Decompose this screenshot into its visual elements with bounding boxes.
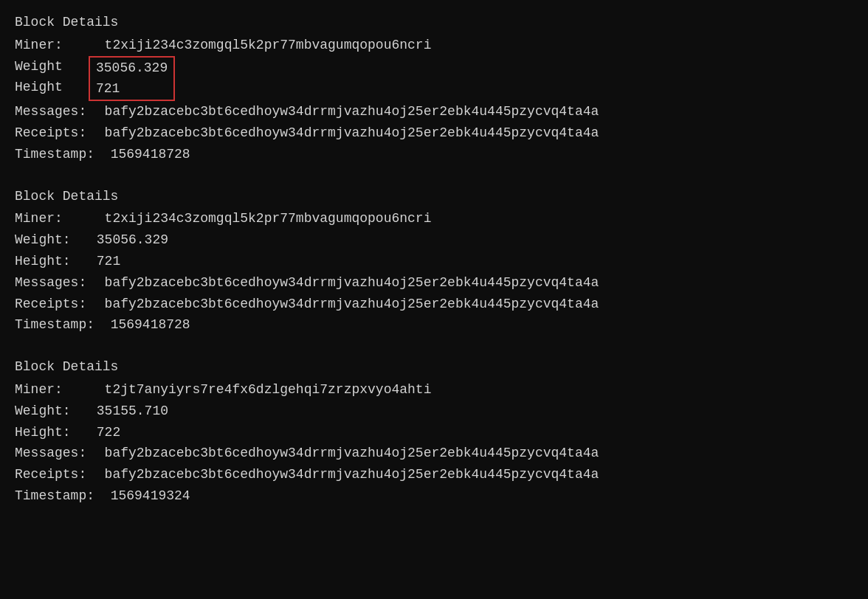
timestamp-value-2: 1569418728 [94, 314, 190, 336]
receipts-value-1: bafy2bzacebc3bt6cedhoyw34drrmjvazhu4oj25… [89, 122, 599, 144]
messages-row-3: Messages: bafy2bzacebc3bt6cedhoyw34drrmj… [15, 443, 853, 464]
timestamp-value-1: 1569418728 [94, 144, 190, 165]
height-row-2: Height: 721 [15, 251, 853, 272]
messages-value-1: bafy2bzacebc3bt6cedhoyw34drrmjvazhu4oj25… [89, 101, 599, 122]
receipts-label-1: Receipts: [15, 122, 89, 144]
timestamp-value-3: 1569419324 [94, 485, 190, 507]
messages-label-1: Messages: [15, 101, 89, 122]
height-label-1: Height [15, 77, 89, 98]
block-section-2: Block Details Miner: t2xiji234c3zomgql5k… [15, 186, 853, 336]
height-row-3: Height: 722 [15, 422, 853, 443]
block-title-2: Block Details [15, 186, 853, 207]
height-label-2: Height: [15, 251, 89, 272]
weight-value-1: 35056.329 [96, 58, 168, 79]
receipts-value-2: bafy2bzacebc3bt6cedhoyw34drrmjvazhu4oj25… [89, 294, 599, 315]
receipts-label-3: Receipts: [15, 464, 89, 485]
weight-label-2: Weight: [15, 229, 89, 251]
messages-row-2: Messages: bafy2bzacebc3bt6cedhoyw34drrmj… [15, 272, 853, 294]
weight-value-2: 35056.329 [89, 229, 168, 251]
miner-value-2: t2xiji234c3zomgql5k2pr77mbvagumqopou6ncr… [89, 208, 431, 229]
receipts-label-2: Receipts: [15, 294, 89, 315]
block-title-1: Block Details [15, 12, 853, 33]
weight-height-box: 35056.329 721 [89, 56, 175, 102]
messages-label-3: Messages: [15, 443, 89, 464]
weight-label-3: Weight: [15, 401, 89, 422]
miner-label-3: Miner: [15, 379, 89, 401]
miner-value-3: t2jt7anyiyrs7re4fx6dzlgehqi7zrzpxvyo4aht… [89, 379, 431, 401]
messages-value-2: bafy2bzacebc3bt6cedhoyw34drrmjvazhu4oj25… [89, 272, 599, 294]
timestamp-row-3: Timestamp: 1569419324 [15, 485, 853, 507]
block-section-1: Block Details Miner: t2xiji234c3zomgql5k… [15, 12, 853, 165]
miner-label-1: Miner: [15, 35, 89, 56]
miner-label-2: Miner: [15, 208, 89, 229]
receipts-row-1: Receipts: bafy2bzacebc3bt6cedhoyw34drrmj… [15, 122, 853, 144]
block-section-3: Block Details Miner: t2jt7anyiyrs7re4fx6… [15, 356, 853, 507]
weight-row-2: Weight: 35056.329 [15, 229, 853, 251]
miner-row-3: Miner: t2jt7anyiyrs7re4fx6dzlgehqi7zrzpx… [15, 379, 853, 401]
height-value-1: 721 [96, 78, 168, 100]
weight-height-labels: Weight Height [15, 56, 89, 102]
messages-row-1: Messages: bafy2bzacebc3bt6cedhoyw34drrmj… [15, 101, 853, 122]
height-label-3: Height: [15, 422, 89, 443]
weight-label-1: Weight [15, 56, 89, 77]
messages-label-2: Messages: [15, 272, 89, 294]
miner-row-1: Miner: t2xiji234c3zomgql5k2pr77mbvagumqo… [15, 35, 853, 56]
weight-value-3: 35155.710 [89, 401, 168, 422]
height-value-3: 722 [89, 422, 120, 443]
receipts-value-3: bafy2bzacebc3bt6cedhoyw34drrmjvazhu4oj25… [89, 464, 599, 485]
block-title-3: Block Details [15, 356, 853, 378]
receipts-row-3: Receipts: bafy2bzacebc3bt6cedhoyw34drrmj… [15, 464, 853, 485]
miner-row-2: Miner: t2xiji234c3zomgql5k2pr77mbvagumqo… [15, 208, 853, 229]
weight-row-3: Weight: 35155.710 [15, 401, 853, 422]
timestamp-label-3: Timestamp: [15, 485, 94, 507]
messages-value-3: bafy2bzacebc3bt6cedhoyw34drrmjvazhu4oj25… [89, 443, 599, 464]
timestamp-label-2: Timestamp: [15, 314, 94, 336]
receipts-row-2: Receipts: bafy2bzacebc3bt6cedhoyw34drrmj… [15, 294, 853, 315]
miner-value-1: t2xiji234c3zomgql5k2pr77mbvagumqopou6ncr… [89, 35, 431, 56]
app-container: Block Details Miner: t2xiji234c3zomgql5k… [15, 12, 853, 507]
timestamp-row-2: Timestamp: 1569418728 [15, 314, 853, 336]
height-value-2: 721 [89, 251, 120, 272]
timestamp-row-1: Timestamp: 1569418728 [15, 144, 853, 165]
weight-height-section: Weight Height 35056.329 721 [15, 56, 853, 102]
timestamp-label-1: Timestamp: [15, 144, 94, 165]
